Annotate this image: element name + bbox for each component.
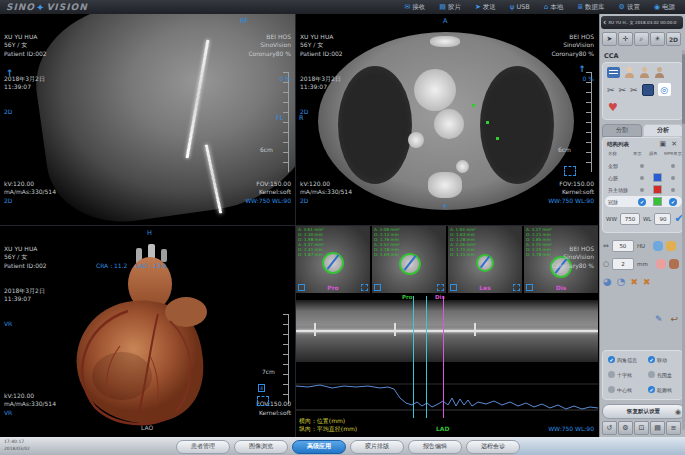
checkbox[interactable] [648, 386, 655, 393]
tile-roi-icon[interactable] [361, 284, 368, 291]
color-swatch[interactable] [653, 197, 662, 206]
viewport-volume-rendering[interactable]: XU YU HUA56Y / 女Patient ID:002 2018年3月2日… [0, 226, 296, 437]
tile-2d-icon[interactable] [526, 284, 533, 291]
cross-section-tile-lesion[interactable]: A: 1.94 mm²D: 1.63 mmD: 1.28 mm A: 2.26 … [448, 226, 522, 293]
checkbox[interactable] [648, 371, 655, 378]
window-level-button[interactable]: ☀ [650, 32, 665, 46]
undo-edit-icon[interactable]: ↩ [670, 314, 678, 324]
ww-input[interactable] [620, 213, 640, 225]
tab-analysis[interactable]: 分析 [643, 124, 683, 137]
head-model-icon[interactable] [654, 67, 665, 78]
viewport-vessel-analysis[interactable]: A: 3.61 mm²D: 2.30 mmD: 1.98 mm A: 4.37 … [296, 226, 598, 437]
menu-item-database[interactable]: ≣数据库 [577, 3, 604, 12]
scroll-up-icon[interactable]: ↑ [578, 64, 586, 74]
roi-box-icon[interactable] [257, 396, 269, 406]
viewport-curved-mpr[interactable]: XU YU HUA56Y / 女Patient ID:002 2018年3月2日… [0, 14, 296, 226]
layout-button[interactable]: ≡ [666, 421, 681, 435]
cut-outside-icon[interactable]: ✂ [619, 85, 627, 95]
cut-cancel-icon[interactable]: ✂ [630, 85, 638, 95]
head-model-icon[interactable] [624, 67, 635, 78]
brush-radius-input[interactable] [612, 258, 634, 270]
target-select-button[interactable]: ◎ [658, 83, 671, 96]
structure-row[interactable]: 全部 [605, 160, 682, 171]
nav-advanced-apps[interactable]: 高级应用 [292, 440, 346, 454]
collapse-panel-icon[interactable]: ‹ [603, 18, 606, 27]
delete-mask-icon[interactable]: ✕ [671, 140, 677, 148]
option-contour[interactable]: 轮廓线 [648, 386, 672, 393]
mode-2d-button[interactable]: 2D [666, 32, 681, 46]
menu-item-usb[interactable]: ψUSB [510, 3, 530, 11]
eraser-icon[interactable] [656, 259, 666, 269]
nav-remote-consult[interactable]: 远程会诊 [466, 440, 520, 454]
save-button[interactable]: ▤ [650, 421, 665, 435]
head-model-icon[interactable] [639, 67, 650, 78]
checkbox[interactable] [608, 356, 615, 363]
tile-roi-icon[interactable] [513, 284, 520, 291]
color-swatch[interactable] [653, 173, 662, 182]
menu-item-send[interactable]: ➤发送 [475, 3, 496, 12]
undo-button[interactable]: ↺ [602, 421, 617, 435]
zoom-badge[interactable]: 4 [258, 384, 265, 392]
sculpt-out-icon[interactable]: ◔ [617, 276, 626, 287]
mpr-radio[interactable] [671, 164, 675, 168]
option-crosshair[interactable]: 十字线 [608, 371, 632, 378]
option-link[interactable]: 联动 [648, 356, 667, 363]
structure-row-selected[interactable]: 冠脉 ✔ ✔ [605, 196, 682, 207]
mask-list-icon[interactable] [607, 67, 620, 78]
show-radio[interactable] [640, 176, 644, 180]
menu-item-film[interactable]: ▤胶片 [439, 3, 461, 12]
fill-tool-icon[interactable] [666, 241, 676, 251]
settings-button[interactable]: ⚙ [618, 421, 633, 435]
tile-roi-icon[interactable] [437, 284, 444, 291]
edit-centerline-icon[interactable]: ✎ [655, 314, 663, 324]
wl-input[interactable] [654, 213, 671, 225]
cross-section-tile-proximal[interactable]: A: 3.61 mm²D: 2.30 mmD: 1.98 mm A: 4.37 … [296, 226, 370, 293]
save-mask-icon[interactable]: ▣ [659, 140, 666, 148]
option-bounding-box[interactable]: 包围盒 [648, 371, 672, 378]
sculpt-in-icon[interactable]: ◕ [603, 276, 612, 287]
menu-item-settings[interactable]: ⚙设置 [619, 3, 640, 12]
show-radio[interactable] [640, 164, 644, 168]
nav-patient-management[interactable]: 患者管理 [176, 440, 230, 454]
nav-film-layout[interactable]: 胶片排版 [350, 440, 404, 454]
menu-item-local[interactable]: ⌂本地 [544, 3, 563, 12]
mpr-radio[interactable] [671, 176, 675, 180]
checkbox[interactable] [648, 356, 655, 363]
checkbox[interactable] [608, 371, 615, 378]
zoom-tool-button[interactable]: ⌕ [634, 32, 649, 46]
nav-report-edit[interactable]: 报告编辑 [408, 440, 462, 454]
remove-inside-icon[interactable]: ✖ [630, 277, 638, 287]
show-check[interactable]: ✔ [638, 198, 646, 206]
tile-2d-icon[interactable] [450, 284, 457, 291]
tile-2d-icon[interactable] [374, 284, 381, 291]
show-radio[interactable] [640, 188, 644, 192]
scroll-up-icon[interactable]: ↑ [6, 68, 14, 78]
menu-item-receive[interactable]: ✉接收 [404, 3, 425, 12]
cursor-tool-button[interactable]: ➤ [602, 32, 617, 46]
remove-outside-icon[interactable]: ✖ [643, 277, 651, 287]
structure-row[interactable]: 心脏 [605, 172, 682, 183]
threshold-input[interactable] [612, 240, 634, 252]
option-corner-info[interactable]: 四角信息 [608, 356, 637, 363]
cut-inside-icon[interactable]: ✂ [607, 85, 615, 95]
tile-2d-icon[interactable] [298, 284, 305, 291]
mpr-check[interactable]: ✔ [669, 198, 677, 206]
straightened-vessel-image[interactable] [296, 300, 598, 362]
heart-segment-icon[interactable]: ♥ [608, 101, 618, 114]
mask-box-icon[interactable] [642, 84, 654, 96]
cross-section-tile-2[interactable]: A: 3.08 mm²D: 2.12 mmD: 1.76 mm A: 3.52 … [372, 226, 446, 293]
menu-item-power[interactable]: ◉电源 [654, 3, 675, 12]
patch-tool-icon[interactable] [669, 259, 679, 269]
viewport-axial-ct[interactable]: XU YU HUA56Y / 女Patient ID:002 2018年3月2日… [296, 14, 598, 226]
tab-segmentation[interactable]: 分割 [602, 124, 642, 137]
checkbox[interactable] [608, 386, 615, 393]
reset-defaults-button[interactable]: 恢复默认设置 ◉ [602, 404, 685, 419]
region-grow-icon[interactable] [653, 241, 663, 251]
marker-line-distal[interactable] [443, 296, 444, 418]
export-button[interactable]: ⊡ [634, 421, 649, 435]
structure-row[interactable]: 升主动脉 [605, 184, 682, 195]
mpr-radio[interactable] [671, 188, 675, 192]
option-centerline[interactable]: 中心线 [608, 386, 632, 393]
nav-image-browse[interactable]: 图像浏览 [234, 440, 288, 454]
marker-line-lesion[interactable] [426, 296, 427, 418]
